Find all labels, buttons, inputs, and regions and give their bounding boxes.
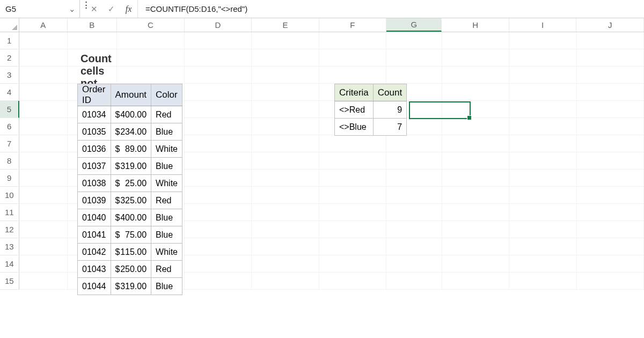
cell[interactable] xyxy=(185,204,252,221)
cell-amount[interactable]: $319.00 xyxy=(111,158,151,175)
name-box[interactable]: G5 xyxy=(0,0,64,18)
cell-amount[interactable]: $89.00 xyxy=(111,141,151,158)
cell[interactable] xyxy=(185,187,252,204)
cell[interactable] xyxy=(386,49,442,67)
cell[interactable] xyxy=(319,255,386,273)
cell[interactable] xyxy=(577,118,644,135)
cell-color[interactable]: White xyxy=(151,141,182,158)
cell[interactable] xyxy=(319,187,386,204)
cell[interactable] xyxy=(509,170,576,187)
insert-function-button[interactable]: fx xyxy=(120,0,138,18)
cell[interactable] xyxy=(252,152,319,170)
cell-amount[interactable]: $234.00 xyxy=(111,123,151,141)
cell[interactable] xyxy=(19,49,68,67)
cell-amount[interactable]: $319.00 xyxy=(111,278,151,295)
col-header-J[interactable]: J xyxy=(576,18,644,32)
cell[interactable] xyxy=(252,255,319,273)
cell[interactable] xyxy=(442,101,509,118)
cell-order-id[interactable]: 01037 xyxy=(78,158,111,175)
col-header-H[interactable]: H xyxy=(442,18,509,32)
cell-amount[interactable]: $250.00 xyxy=(111,261,151,278)
cell[interactable] xyxy=(252,221,319,238)
cell[interactable] xyxy=(577,101,644,118)
cell[interactable] xyxy=(319,273,386,290)
cell[interactable] xyxy=(19,67,68,84)
cell[interactable] xyxy=(442,135,509,152)
col-header-I[interactable]: I xyxy=(509,18,577,32)
cell[interactable] xyxy=(509,67,576,84)
col-header-E[interactable]: E xyxy=(252,18,319,32)
row-header-13[interactable]: 13 xyxy=(0,238,19,255)
col-header-F[interactable]: F xyxy=(319,18,387,32)
cell-criteria[interactable]: <>Red xyxy=(335,101,374,119)
cell[interactable] xyxy=(442,118,509,135)
cell-order-id[interactable]: 01043 xyxy=(78,261,111,278)
cell-order-id[interactable]: 01040 xyxy=(78,209,111,226)
cell-order-id[interactable]: 01034 xyxy=(78,106,111,123)
cell[interactable] xyxy=(577,221,644,238)
header-color[interactable]: Color xyxy=(151,84,182,106)
cell[interactable] xyxy=(509,187,576,204)
cell[interactable] xyxy=(577,204,644,221)
cell[interactable] xyxy=(185,255,252,273)
cell[interactable] xyxy=(319,135,386,152)
cell[interactable] xyxy=(252,118,319,135)
cell[interactable] xyxy=(577,238,644,255)
cell[interactable] xyxy=(19,152,68,170)
row-header-5[interactable]: 5 xyxy=(0,101,19,118)
cell[interactable] xyxy=(252,84,319,101)
cell[interactable] xyxy=(577,152,644,170)
cell[interactable] xyxy=(442,170,509,187)
cell[interactable] xyxy=(509,84,576,101)
cell[interactable] xyxy=(68,32,118,49)
cell[interactable] xyxy=(19,221,68,238)
cell[interactable] xyxy=(117,49,184,67)
row-header-9[interactable]: 9 xyxy=(0,170,19,187)
row-header-8[interactable]: 8 xyxy=(0,152,19,170)
cell[interactable] xyxy=(19,135,68,152)
cell[interactable] xyxy=(19,238,68,255)
row-header-3[interactable]: 3 xyxy=(0,67,19,84)
cell-amount[interactable]: $325.00 xyxy=(111,192,151,209)
col-header-B[interactable]: B xyxy=(68,18,117,32)
cell-color[interactable]: Blue xyxy=(151,278,182,295)
cell-color[interactable]: Blue xyxy=(151,209,182,226)
cell[interactable] xyxy=(252,135,319,152)
cell[interactable] xyxy=(442,67,509,84)
cell-color[interactable]: Red xyxy=(151,261,182,278)
formula-input[interactable]: =COUNTIF(D5:D16,"<>red") xyxy=(141,0,644,18)
cell[interactable] xyxy=(386,273,442,290)
cell[interactable] xyxy=(19,170,68,187)
cell[interactable] xyxy=(252,187,319,204)
cell[interactable] xyxy=(319,32,386,49)
cell-order-id[interactable]: 01042 xyxy=(78,244,111,261)
cell[interactable] xyxy=(509,238,576,255)
col-header-A[interactable]: A xyxy=(19,18,68,32)
cell[interactable] xyxy=(252,67,319,84)
cell[interactable] xyxy=(386,255,442,273)
header-criteria[interactable]: Criteria xyxy=(335,84,374,101)
row-header-10[interactable]: 10 xyxy=(0,187,19,204)
header-count[interactable]: Count xyxy=(373,84,406,101)
cell[interactable] xyxy=(185,101,252,118)
row-header-12[interactable]: 12 xyxy=(0,221,19,238)
cell[interactable] xyxy=(185,238,252,255)
cell[interactable] xyxy=(319,49,386,67)
cell[interactable] xyxy=(19,204,68,221)
cell[interactable] xyxy=(319,152,386,170)
cell-amount[interactable]: $115.00 xyxy=(111,244,151,261)
cell[interactable] xyxy=(386,135,442,152)
row-header-11[interactable]: 11 xyxy=(0,204,19,221)
cell[interactable] xyxy=(185,67,252,84)
cell[interactable] xyxy=(577,255,644,273)
cell-color[interactable]: Red xyxy=(151,192,182,209)
cell[interactable] xyxy=(386,238,442,255)
row-header-6[interactable]: 6 xyxy=(0,118,19,135)
cell[interactable] xyxy=(577,67,644,84)
cell[interactable] xyxy=(442,273,509,290)
cell-color[interactable]: Red xyxy=(151,106,182,123)
cell-amount[interactable]: $25.00 xyxy=(111,175,151,192)
cell[interactable] xyxy=(509,204,576,221)
cell[interactable] xyxy=(185,170,252,187)
cell-count[interactable]: 7 xyxy=(373,119,406,136)
